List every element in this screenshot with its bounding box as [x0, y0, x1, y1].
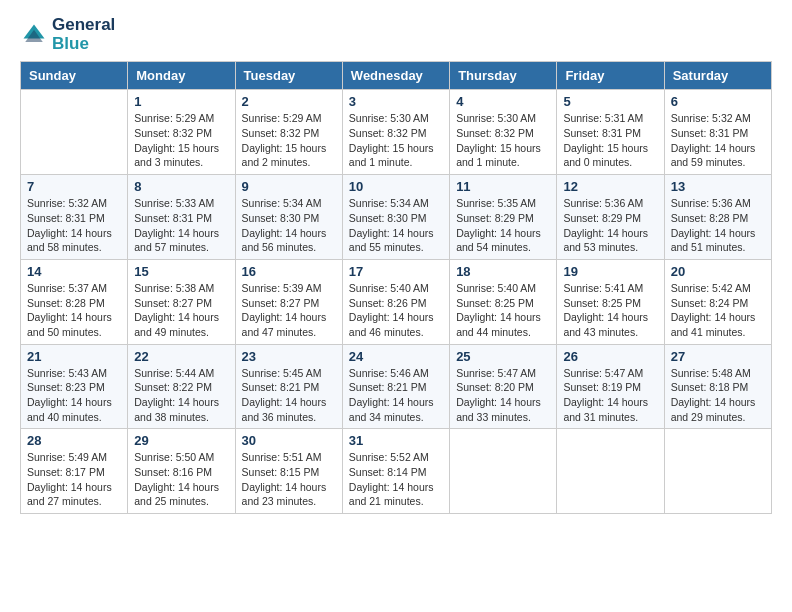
day-number: 13 [671, 179, 765, 194]
column-header-friday: Friday [557, 62, 664, 90]
day-number: 17 [349, 264, 443, 279]
day-info: Sunrise: 5:31 AM Sunset: 8:31 PM Dayligh… [563, 111, 657, 170]
calendar-week-3: 14Sunrise: 5:37 AM Sunset: 8:28 PM Dayli… [21, 259, 772, 344]
calendar-week-4: 21Sunrise: 5:43 AM Sunset: 8:23 PM Dayli… [21, 344, 772, 429]
calendar-cell: 20Sunrise: 5:42 AM Sunset: 8:24 PM Dayli… [664, 259, 771, 344]
calendar-cell: 15Sunrise: 5:38 AM Sunset: 8:27 PM Dayli… [128, 259, 235, 344]
calendar-week-5: 28Sunrise: 5:49 AM Sunset: 8:17 PM Dayli… [21, 429, 772, 514]
day-info: Sunrise: 5:44 AM Sunset: 8:22 PM Dayligh… [134, 366, 228, 425]
calendar-cell: 13Sunrise: 5:36 AM Sunset: 8:28 PM Dayli… [664, 175, 771, 260]
day-number: 28 [27, 433, 121, 448]
day-number: 1 [134, 94, 228, 109]
column-header-sunday: Sunday [21, 62, 128, 90]
calendar-cell: 8Sunrise: 5:33 AM Sunset: 8:31 PM Daylig… [128, 175, 235, 260]
calendar-cell: 29Sunrise: 5:50 AM Sunset: 8:16 PM Dayli… [128, 429, 235, 514]
day-number: 6 [671, 94, 765, 109]
column-header-monday: Monday [128, 62, 235, 90]
day-number: 16 [242, 264, 336, 279]
day-info: Sunrise: 5:34 AM Sunset: 8:30 PM Dayligh… [349, 196, 443, 255]
calendar-week-2: 7Sunrise: 5:32 AM Sunset: 8:31 PM Daylig… [21, 175, 772, 260]
calendar-cell: 16Sunrise: 5:39 AM Sunset: 8:27 PM Dayli… [235, 259, 342, 344]
day-info: Sunrise: 5:49 AM Sunset: 8:17 PM Dayligh… [27, 450, 121, 509]
calendar-cell: 28Sunrise: 5:49 AM Sunset: 8:17 PM Dayli… [21, 429, 128, 514]
calendar-cell: 23Sunrise: 5:45 AM Sunset: 8:21 PM Dayli… [235, 344, 342, 429]
day-info: Sunrise: 5:29 AM Sunset: 8:32 PM Dayligh… [242, 111, 336, 170]
day-info: Sunrise: 5:40 AM Sunset: 8:25 PM Dayligh… [456, 281, 550, 340]
calendar-cell: 14Sunrise: 5:37 AM Sunset: 8:28 PM Dayli… [21, 259, 128, 344]
day-info: Sunrise: 5:30 AM Sunset: 8:32 PM Dayligh… [456, 111, 550, 170]
day-number: 24 [349, 349, 443, 364]
day-number: 5 [563, 94, 657, 109]
calendar-cell: 2Sunrise: 5:29 AM Sunset: 8:32 PM Daylig… [235, 90, 342, 175]
day-info: Sunrise: 5:37 AM Sunset: 8:28 PM Dayligh… [27, 281, 121, 340]
day-info: Sunrise: 5:51 AM Sunset: 8:15 PM Dayligh… [242, 450, 336, 509]
calendar-cell: 7Sunrise: 5:32 AM Sunset: 8:31 PM Daylig… [21, 175, 128, 260]
day-info: Sunrise: 5:40 AM Sunset: 8:26 PM Dayligh… [349, 281, 443, 340]
day-info: Sunrise: 5:36 AM Sunset: 8:29 PM Dayligh… [563, 196, 657, 255]
day-number: 31 [349, 433, 443, 448]
day-number: 21 [27, 349, 121, 364]
column-header-saturday: Saturday [664, 62, 771, 90]
day-info: Sunrise: 5:39 AM Sunset: 8:27 PM Dayligh… [242, 281, 336, 340]
calendar-cell: 21Sunrise: 5:43 AM Sunset: 8:23 PM Dayli… [21, 344, 128, 429]
calendar-cell: 1Sunrise: 5:29 AM Sunset: 8:32 PM Daylig… [128, 90, 235, 175]
day-number: 26 [563, 349, 657, 364]
calendar-cell: 30Sunrise: 5:51 AM Sunset: 8:15 PM Dayli… [235, 429, 342, 514]
calendar-cell: 12Sunrise: 5:36 AM Sunset: 8:29 PM Dayli… [557, 175, 664, 260]
day-number: 27 [671, 349, 765, 364]
calendar-cell [21, 90, 128, 175]
day-number: 2 [242, 94, 336, 109]
calendar-cell: 19Sunrise: 5:41 AM Sunset: 8:25 PM Dayli… [557, 259, 664, 344]
day-number: 22 [134, 349, 228, 364]
calendar-cell: 22Sunrise: 5:44 AM Sunset: 8:22 PM Dayli… [128, 344, 235, 429]
day-number: 4 [456, 94, 550, 109]
calendar-cell: 3Sunrise: 5:30 AM Sunset: 8:32 PM Daylig… [342, 90, 449, 175]
logo-text-line1: General [52, 16, 115, 35]
day-number: 10 [349, 179, 443, 194]
day-number: 19 [563, 264, 657, 279]
day-number: 11 [456, 179, 550, 194]
page-header: General Blue [20, 16, 772, 53]
day-number: 14 [27, 264, 121, 279]
column-header-thursday: Thursday [450, 62, 557, 90]
calendar-cell: 18Sunrise: 5:40 AM Sunset: 8:25 PM Dayli… [450, 259, 557, 344]
day-info: Sunrise: 5:33 AM Sunset: 8:31 PM Dayligh… [134, 196, 228, 255]
day-info: Sunrise: 5:43 AM Sunset: 8:23 PM Dayligh… [27, 366, 121, 425]
day-number: 9 [242, 179, 336, 194]
day-info: Sunrise: 5:35 AM Sunset: 8:29 PM Dayligh… [456, 196, 550, 255]
day-info: Sunrise: 5:50 AM Sunset: 8:16 PM Dayligh… [134, 450, 228, 509]
calendar-cell: 11Sunrise: 5:35 AM Sunset: 8:29 PM Dayli… [450, 175, 557, 260]
calendar-cell: 24Sunrise: 5:46 AM Sunset: 8:21 PM Dayli… [342, 344, 449, 429]
logo-text-line2: Blue [52, 35, 115, 54]
day-info: Sunrise: 5:32 AM Sunset: 8:31 PM Dayligh… [27, 196, 121, 255]
calendar-cell: 26Sunrise: 5:47 AM Sunset: 8:19 PM Dayli… [557, 344, 664, 429]
day-info: Sunrise: 5:52 AM Sunset: 8:14 PM Dayligh… [349, 450, 443, 509]
day-number: 12 [563, 179, 657, 194]
day-info: Sunrise: 5:45 AM Sunset: 8:21 PM Dayligh… [242, 366, 336, 425]
calendar-cell: 6Sunrise: 5:32 AM Sunset: 8:31 PM Daylig… [664, 90, 771, 175]
day-info: Sunrise: 5:42 AM Sunset: 8:24 PM Dayligh… [671, 281, 765, 340]
calendar-cell: 5Sunrise: 5:31 AM Sunset: 8:31 PM Daylig… [557, 90, 664, 175]
day-number: 3 [349, 94, 443, 109]
calendar-cell: 9Sunrise: 5:34 AM Sunset: 8:30 PM Daylig… [235, 175, 342, 260]
calendar-cell [557, 429, 664, 514]
day-info: Sunrise: 5:38 AM Sunset: 8:27 PM Dayligh… [134, 281, 228, 340]
day-number: 25 [456, 349, 550, 364]
day-info: Sunrise: 5:36 AM Sunset: 8:28 PM Dayligh… [671, 196, 765, 255]
day-number: 18 [456, 264, 550, 279]
day-number: 20 [671, 264, 765, 279]
calendar-cell: 27Sunrise: 5:48 AM Sunset: 8:18 PM Dayli… [664, 344, 771, 429]
calendar-cell: 10Sunrise: 5:34 AM Sunset: 8:30 PM Dayli… [342, 175, 449, 260]
day-info: Sunrise: 5:32 AM Sunset: 8:31 PM Dayligh… [671, 111, 765, 170]
day-info: Sunrise: 5:48 AM Sunset: 8:18 PM Dayligh… [671, 366, 765, 425]
calendar-cell: 4Sunrise: 5:30 AM Sunset: 8:32 PM Daylig… [450, 90, 557, 175]
column-header-tuesday: Tuesday [235, 62, 342, 90]
calendar-cell: 17Sunrise: 5:40 AM Sunset: 8:26 PM Dayli… [342, 259, 449, 344]
day-number: 23 [242, 349, 336, 364]
logo: General Blue [20, 16, 115, 53]
day-number: 8 [134, 179, 228, 194]
calendar-table: SundayMondayTuesdayWednesdayThursdayFrid… [20, 61, 772, 514]
calendar-cell [450, 429, 557, 514]
logo-icon [20, 21, 48, 49]
day-number: 15 [134, 264, 228, 279]
